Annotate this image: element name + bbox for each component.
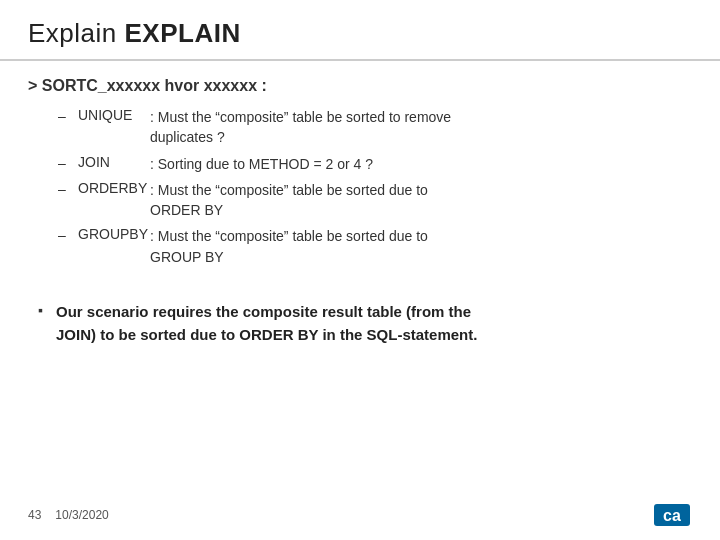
desc-orderby-line2: ORDER BY bbox=[150, 202, 223, 218]
svg-text:ca: ca bbox=[663, 507, 681, 524]
dash-groupby: – bbox=[58, 227, 74, 243]
item-row-unique: – UNIQUE : Must the “composite” table be… bbox=[58, 107, 692, 148]
desc-groupby-line1: : Must the “composite” table be sorted d… bbox=[150, 228, 428, 244]
ca-logo-svg: ca bbox=[652, 500, 692, 530]
item-row-groupby: – GROUPBY : Must the “composite” table b… bbox=[58, 226, 692, 267]
desc-orderby: : Must the “composite” table be sorted d… bbox=[150, 180, 428, 221]
footer: 43 10/3/2020 ca bbox=[0, 494, 720, 540]
bullet-line2: JOIN) to be sorted due to ORDER BY in th… bbox=[56, 326, 477, 343]
item-row-join: – JOIN : Sorting due to METHOD = 2 or 4 … bbox=[58, 154, 692, 174]
desc-groupby-line2: GROUP BY bbox=[150, 249, 224, 265]
desc-unique: : Must the “composite” table be sorted t… bbox=[150, 107, 451, 148]
desc-unique-line2: duplicates ? bbox=[150, 129, 225, 145]
dash-orderby: – bbox=[58, 181, 74, 197]
header: Explain EXPLAIN bbox=[0, 0, 720, 61]
main-content: > SORTC_xxxxxx hvor xxxxxx : – UNIQUE : … bbox=[0, 61, 720, 494]
bullet-section: ▪ Our scenario requires the composite re… bbox=[28, 301, 692, 346]
items-table: – UNIQUE : Must the “composite” table be… bbox=[58, 107, 692, 273]
desc-join: : Sorting due to METHOD = 2 or 4 ? bbox=[150, 154, 373, 174]
desc-orderby-line1: : Must the “composite” table be sorted d… bbox=[150, 182, 428, 198]
desc-join-line1: : Sorting due to METHOD = 2 or 4 ? bbox=[150, 156, 373, 172]
desc-unique-line1: : Must the “composite” table be sorted t… bbox=[150, 109, 451, 125]
footer-logo: ca bbox=[652, 500, 692, 530]
footer-left: 43 10/3/2020 bbox=[28, 508, 109, 522]
title-thin: Explain bbox=[28, 18, 125, 48]
item-row-orderby: – ORDERBY : Must the “composite” table b… bbox=[58, 180, 692, 221]
dash-join: – bbox=[58, 155, 74, 171]
bullet-text: Our scenario requires the composite resu… bbox=[56, 301, 477, 346]
desc-groupby: : Must the “composite” table be sorted d… bbox=[150, 226, 428, 267]
key-groupby: GROUPBY bbox=[78, 226, 150, 242]
dash-unique: – bbox=[58, 108, 74, 124]
section-title: > SORTC_xxxxxx hvor xxxxxx : bbox=[28, 77, 692, 95]
key-join: JOIN bbox=[78, 154, 150, 170]
page-title: Explain EXPLAIN bbox=[28, 18, 692, 49]
key-unique: UNIQUE bbox=[78, 107, 150, 123]
bullet-line1: Our scenario requires the composite resu… bbox=[56, 303, 471, 320]
key-orderby: ORDERBY bbox=[78, 180, 150, 196]
title-bold: EXPLAIN bbox=[125, 18, 241, 48]
page-number: 43 bbox=[28, 508, 41, 522]
bullet-icon: ▪ bbox=[38, 302, 56, 318]
page: Explain EXPLAIN > SORTC_xxxxxx hvor xxxx… bbox=[0, 0, 720, 540]
footer-date: 10/3/2020 bbox=[55, 508, 108, 522]
